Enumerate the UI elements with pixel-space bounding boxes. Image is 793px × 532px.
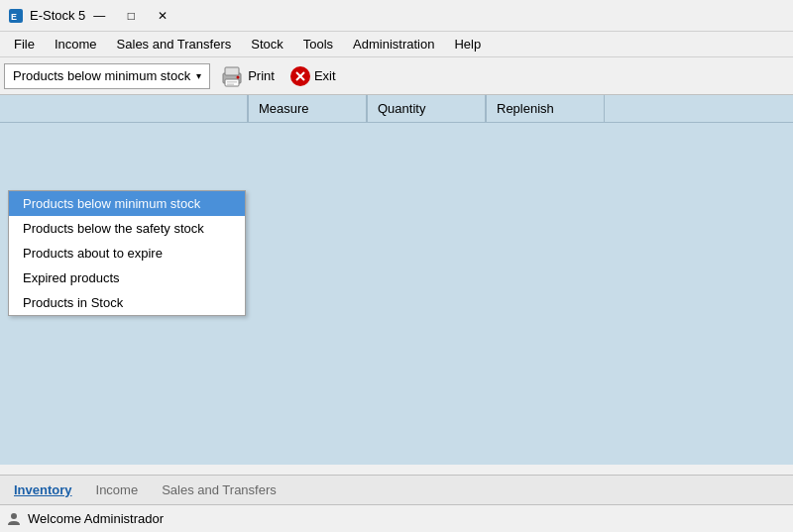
- app-title: E-Stock 5: [30, 8, 85, 23]
- title-bar: E E-Stock 5 — □ ✕: [0, 0, 793, 32]
- print-button[interactable]: Print: [214, 61, 281, 91]
- status-message: Welcome Administrador: [28, 511, 164, 526]
- dropdown-label: Products below minimum stock: [13, 68, 190, 83]
- print-label: Print: [248, 68, 275, 83]
- menu-sales-transfers[interactable]: Sales and Transfers: [107, 34, 242, 54]
- dropdown-arrow-icon: ▾: [196, 70, 201, 81]
- dropdown-item-min-stock[interactable]: Products below minimum stock: [9, 191, 245, 216]
- col-header-measure: Measure: [248, 95, 367, 122]
- user-icon: [6, 511, 22, 527]
- col-header-description: [0, 95, 248, 122]
- printer-icon: [220, 65, 244, 87]
- window-controls: — □ ✕: [85, 5, 176, 27]
- minimize-button[interactable]: —: [85, 5, 113, 27]
- svg-rect-3: [225, 67, 239, 75]
- close-button[interactable]: ✕: [149, 5, 176, 27]
- dropdown-item-about-to-expire[interactable]: Products about to expire: [9, 241, 245, 266]
- svg-point-10: [11, 513, 17, 519]
- svg-rect-5: [227, 81, 237, 83]
- tab-income[interactable]: Income: [86, 479, 149, 501]
- menu-administration[interactable]: Administration: [343, 34, 444, 54]
- dropdown-menu: Products below minimum stock Products be…: [8, 190, 246, 316]
- exit-button[interactable]: Exit: [284, 61, 342, 91]
- report-type-dropdown[interactable]: Products below minimum stock ▾: [4, 63, 210, 89]
- toolbar: Products below minimum stock ▾ Print Exi…: [0, 57, 793, 95]
- app-icon: E: [8, 8, 24, 24]
- exit-icon: [290, 66, 310, 86]
- col-header-replenish: Replenish: [486, 95, 605, 122]
- menu-bar: File Income Sales and Transfers Stock To…: [0, 32, 793, 57]
- dropdown-item-in-stock[interactable]: Products in Stock: [9, 290, 245, 315]
- menu-stock[interactable]: Stock: [241, 34, 293, 54]
- main-content: Measure Quantity Replenish Products belo…: [0, 95, 793, 465]
- svg-text:E: E: [11, 12, 17, 22]
- tab-bar: Inventory Income Sales and Transfers: [0, 475, 793, 504]
- menu-income[interactable]: Income: [45, 34, 107, 54]
- menu-file[interactable]: File: [4, 34, 45, 54]
- svg-point-7: [237, 75, 240, 78]
- dropdown-item-expired[interactable]: Expired products: [9, 266, 245, 290]
- menu-tools[interactable]: Tools: [293, 34, 343, 54]
- exit-label: Exit: [314, 68, 336, 83]
- dropdown-item-safety-stock[interactable]: Products below the safety stock: [9, 216, 245, 241]
- menu-help[interactable]: Help: [444, 34, 491, 54]
- table-header: Measure Quantity Replenish: [0, 95, 793, 123]
- col-header-quantity: Quantity: [367, 95, 486, 122]
- tab-sales-transfers[interactable]: Sales and Transfers: [152, 479, 286, 501]
- svg-rect-6: [227, 83, 234, 85]
- status-bar: Welcome Administrador: [0, 504, 793, 532]
- tab-inventory[interactable]: Inventory: [4, 479, 82, 501]
- maximize-button[interactable]: □: [117, 5, 145, 27]
